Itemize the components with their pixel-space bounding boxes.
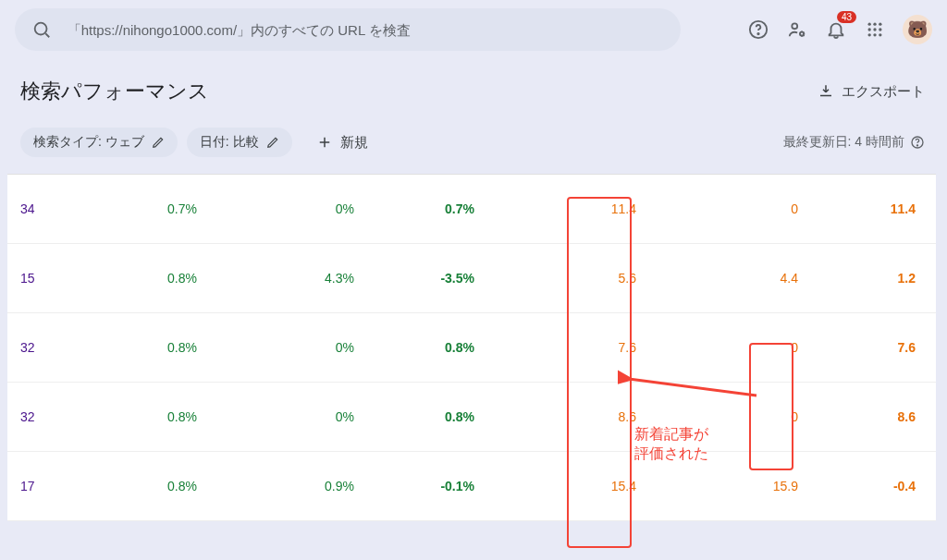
cell-c6: -0.4 [798, 479, 936, 493]
search-icon [31, 18, 53, 41]
table-row[interactable]: 17 0.8% 0.9% -0.1% 15.4 15.9 -0.4 [7, 452, 936, 521]
svg-point-4 [792, 23, 797, 29]
cell-c4: 8.6 [474, 409, 636, 424]
export-button[interactable]: エクスポート [818, 83, 925, 101]
cell-c3: 0.7% [354, 201, 474, 216]
last-updated: 最終更新日: 4 時間前 [783, 134, 925, 151]
cell-c3: 0.8% [354, 409, 474, 424]
user-settings-icon[interactable] [786, 18, 808, 41]
cell-c5: 0 [636, 409, 798, 424]
help-icon[interactable] [747, 18, 769, 41]
top-bar: 43 🐻 [0, 0, 947, 59]
svg-point-10 [873, 28, 876, 30]
cell-c3: -3.5% [354, 271, 474, 286]
page-title: 検索パフォーマンス [20, 78, 209, 105]
table-row[interactable]: 32 0.8% 0% 0.8% 8.6 0 8.6 [7, 383, 936, 452]
apps-icon[interactable] [864, 18, 886, 41]
cell-c6: 7.6 [798, 340, 936, 355]
last-updated-text: 最終更新日: 4 時間前 [783, 134, 904, 151]
table-row[interactable]: 34 0.7% 0% 0.7% 11.4 0 11.4 [7, 175, 936, 244]
cell-c1: 0.7% [72, 201, 197, 216]
svg-point-13 [873, 33, 876, 36]
filter-chips-row: 検索タイプ: ウェブ 日付: 比較 新規 最終更新日: 4 時間前 [0, 115, 947, 163]
cell-c2: 0% [197, 340, 354, 355]
cell-c2: 4.3% [197, 271, 354, 286]
cell-c5: 0 [636, 340, 798, 355]
cell-c4: 15.4 [474, 479, 636, 493]
cell-c0: 15 [7, 271, 72, 286]
new-filter-label: 新規 [340, 134, 368, 152]
export-label: エクスポート [842, 83, 925, 101]
cell-c5: 0 [636, 201, 798, 216]
cell-c5: 4.4 [636, 271, 798, 286]
svg-point-18 [916, 145, 917, 146]
notifications-icon[interactable]: 43 [825, 18, 847, 41]
svg-point-7 [873, 23, 876, 26]
cell-c0: 34 [7, 201, 72, 216]
avatar[interactable]: 🐻 [903, 15, 932, 44]
search-bar[interactable] [15, 8, 681, 51]
svg-point-0 [35, 23, 47, 35]
chip-date-label: 日付: 比較 [200, 134, 259, 151]
plus-icon [316, 134, 333, 151]
cell-c1: 0.8% [72, 271, 197, 286]
pencil-icon [152, 136, 165, 149]
table-row[interactable]: 15 0.8% 4.3% -3.5% 5.6 4.4 1.2 [7, 244, 936, 313]
cell-c0: 17 [7, 479, 72, 493]
cell-c2: 0.9% [197, 479, 354, 493]
cell-c5: 15.9 [636, 479, 798, 493]
svg-point-8 [879, 23, 881, 26]
cell-c2: 0% [197, 409, 354, 424]
data-table: 34 0.7% 0% 0.7% 11.4 0 11.4 15 0.8% 4.3%… [7, 174, 936, 521]
svg-point-6 [868, 23, 871, 26]
chip-search-type-label: 検索タイプ: ウェブ [33, 134, 144, 151]
cell-c3: -0.1% [354, 479, 474, 493]
notifications-badge: 43 [837, 11, 856, 23]
cell-c0: 32 [7, 409, 72, 424]
svg-point-12 [868, 33, 871, 36]
header-row: 検索パフォーマンス エクスポート [0, 59, 947, 115]
cell-c4: 7.6 [474, 340, 636, 355]
cell-c0: 32 [7, 340, 72, 355]
top-icons: 43 🐻 [747, 15, 932, 44]
download-icon [818, 83, 834, 100]
chip-date[interactable]: 日付: 比較 [187, 128, 292, 157]
pencil-icon [266, 136, 279, 149]
info-icon[interactable] [910, 135, 925, 150]
cell-c3: 0.8% [354, 340, 474, 355]
cell-c1: 0.8% [72, 340, 197, 355]
search-input[interactable] [68, 22, 664, 38]
cell-c6: 1.2 [798, 271, 936, 286]
svg-point-11 [879, 28, 881, 30]
table-row[interactable]: 32 0.8% 0% 0.8% 7.6 0 7.6 [7, 313, 936, 383]
svg-point-14 [879, 33, 881, 36]
chip-search-type[interactable]: 検索タイプ: ウェブ [20, 128, 178, 157]
cell-c6: 11.4 [798, 201, 936, 216]
cell-c1: 0.8% [72, 479, 197, 493]
cell-c4: 5.6 [474, 271, 636, 286]
cell-c2: 0% [197, 201, 354, 216]
add-filter-button[interactable]: 新規 [305, 128, 379, 157]
svg-point-3 [757, 33, 758, 34]
svg-line-1 [46, 33, 50, 37]
svg-point-9 [868, 28, 871, 30]
cell-c6: 8.6 [798, 409, 936, 424]
cell-c1: 0.8% [72, 409, 197, 424]
cell-c4: 11.4 [474, 201, 636, 216]
